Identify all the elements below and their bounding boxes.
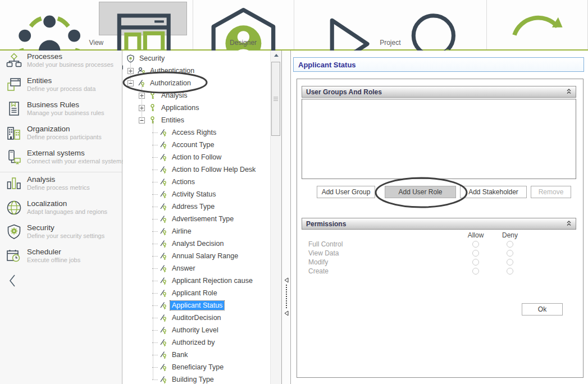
- panel-splitter[interactable]: [281, 51, 291, 384]
- tree-item-label[interactable]: Entities: [159, 116, 186, 125]
- tree-item-label[interactable]: Action to Follow: [170, 153, 223, 162]
- scrollbar-up-arrow-icon[interactable]: [271, 51, 281, 60]
- ok-button[interactable]: Ok: [522, 303, 563, 316]
- sidebar-item-localization[interactable]: LocalizationAdapt languages and regions: [0, 198, 122, 222]
- sidebar-item-entities[interactable]: EntitiesDefine your process data: [0, 75, 122, 99]
- add-user-role-button[interactable]: Add User Role: [385, 186, 456, 198]
- tree-item-annual-salary-range[interactable]: Annual Salary Range: [123, 250, 270, 262]
- tree-item-label[interactable]: Annual Salary Range: [170, 252, 240, 260]
- tree-item-label[interactable]: AuditorDecision: [170, 313, 223, 322]
- tree-item-auditordecision[interactable]: AuditorDecision: [123, 312, 270, 324]
- sidebar-item-processes[interactable]: ProcessesModel your business processes: [0, 51, 122, 75]
- tree-item-label[interactable]: Action to Follow Help Desk: [170, 165, 257, 174]
- create-allow-radio[interactable]: [472, 268, 479, 275]
- tree-item-label[interactable]: Applicant Role: [170, 289, 219, 298]
- tree-item-label[interactable]: Applications: [159, 103, 200, 112]
- tree-item-label[interactable]: Applicant Rejection cause: [170, 276, 254, 285]
- collapse-left-icon[interactable]: [284, 277, 289, 282]
- tree-item-label[interactable]: Security: [138, 54, 166, 63]
- key-slash-icon: [159, 153, 167, 162]
- refresh-button[interactable]: Refresh: [493, 2, 582, 35]
- modify-deny-radio[interactable]: [507, 259, 513, 266]
- tree-item-action-to-follow[interactable]: Action to Follow: [123, 151, 270, 163]
- tree-item-label[interactable]: Authorization: [148, 79, 193, 88]
- tree-item-label[interactable]: Authentication: [148, 66, 196, 75]
- tree-item-address-type[interactable]: Address Type: [123, 200, 270, 213]
- scrollbar-thumb[interactable]: [271, 62, 280, 136]
- remove-button[interactable]: Remove: [531, 186, 571, 198]
- tree-item-label[interactable]: Address Type: [170, 202, 216, 211]
- modify-allow-radio[interactable]: [472, 259, 479, 266]
- tree-item-applicant-status[interactable]: Applicant Status: [123, 299, 270, 312]
- business-rules-icon: [6, 100, 22, 117]
- tree-item-building-type[interactable]: Building Type: [123, 373, 270, 384]
- tree-item-analyst-decision[interactable]: Analyst Decision: [123, 237, 270, 250]
- tree-item-authorized-by[interactable]: Authorized by: [123, 336, 270, 349]
- create-deny-radio[interactable]: [507, 268, 513, 275]
- tree-item-label[interactable]: Authority Level: [170, 326, 220, 335]
- collapse-left-icon[interactable]: [284, 310, 289, 316]
- tree-item-label[interactable]: Beneficiary Type: [170, 363, 225, 372]
- sidebar-item-organization[interactable]: OrganizationDefine process participants: [0, 123, 122, 147]
- tree-item-airline[interactable]: Airline: [123, 225, 270, 237]
- sidebar-item-external-systems[interactable]: External systemsConnect with your extern…: [0, 147, 122, 171]
- tree-item-label[interactable]: Authorized by: [170, 338, 216, 347]
- view-data-deny-radio[interactable]: [507, 250, 513, 257]
- tree-item-activity-status[interactable]: Activity Status: [123, 188, 270, 200]
- sidebar-item-description: Adapt languages and regions: [27, 208, 122, 215]
- tree-item-advertisement-type[interactable]: Advertisement Type: [123, 213, 270, 225]
- sidebar-divider: [0, 172, 122, 172]
- run-button[interactable]: Run: [300, 2, 388, 35]
- tree-item-answer[interactable]: Answer: [123, 262, 270, 275]
- tree-item-applicant-rejection-cause[interactable]: Applicant Rejection cause: [123, 275, 270, 287]
- tree-item-account-type[interactable]: Account Type: [123, 139, 270, 151]
- tree-item-security[interactable]: Security: [123, 52, 270, 65]
- tree-item-label[interactable]: Advertisement Type: [170, 214, 235, 223]
- tree-scrollbar[interactable]: [270, 51, 281, 384]
- sidebar-item-business-rules[interactable]: Business RulesManage your business rules: [0, 99, 122, 123]
- add-stakeholder-button[interactable]: Add Stakeholder: [460, 186, 527, 198]
- chevron-left-icon[interactable]: [8, 274, 17, 287]
- tree-item-actions[interactable]: Actions: [123, 176, 270, 188]
- tree-item-label[interactable]: Analysis: [159, 91, 189, 100]
- sidebar-item-scheduler[interactable]: SchedulerExecute offline jobs: [0, 246, 122, 270]
- full-control-deny-radio[interactable]: [507, 241, 513, 248]
- tree-item-applicant-role[interactable]: Applicant Role: [123, 287, 270, 299]
- tree-item-beneficiary-type[interactable]: Beneficiary Type: [123, 361, 270, 373]
- experience-button[interactable]: Experience: [199, 2, 288, 35]
- add-user-group-button[interactable]: Add User Group: [317, 186, 375, 198]
- view-data-allow-radio[interactable]: [472, 250, 479, 257]
- tree-item-action-to-follow-help-desk[interactable]: Action to Follow Help Desk: [123, 163, 270, 176]
- tree-item-label[interactable]: Account Type: [170, 140, 216, 149]
- tree-item-label[interactable]: Activity Status: [170, 190, 218, 199]
- tree-item-access-rights[interactable]: Access Rights: [123, 126, 270, 139]
- tree-item-label[interactable]: Answer: [170, 264, 197, 273]
- tree-item-label[interactable]: Access Rights: [170, 128, 218, 137]
- permissions-section-header[interactable]: Permissions: [302, 218, 576, 230]
- tree-item-label[interactable]: Building Type: [170, 375, 216, 384]
- tree-item-analysis[interactable]: Analysis: [123, 89, 270, 102]
- tree-item-bank[interactable]: Bank: [123, 349, 270, 361]
- tree-item-authorization[interactable]: Authorization: [123, 77, 270, 89]
- search-button[interactable]: Search: [393, 2, 481, 35]
- user-groups-section-header[interactable]: User Groups And Roles: [302, 86, 576, 98]
- splitter-grip[interactable]: [286, 285, 287, 308]
- tree-item-applications[interactable]: Applications: [123, 102, 270, 114]
- deny-column-header: Deny: [498, 231, 522, 239]
- chevron-double-up-icon[interactable]: [566, 220, 572, 228]
- tree-item-label[interactable]: Applicant Status: [170, 301, 224, 310]
- tree-item-label[interactable]: Analyst Decision: [170, 239, 225, 248]
- wizard-button[interactable]: Wizard: [6, 2, 93, 35]
- tree-item-authentication[interactable]: Authentication: [123, 65, 270, 77]
- expert-button[interactable]: Expert: [99, 2, 186, 35]
- user-groups-list[interactable]: [302, 99, 576, 179]
- tree-item-label[interactable]: Bank: [170, 350, 190, 359]
- full-control-allow-radio[interactable]: [472, 241, 479, 248]
- sidebar-item-security[interactable]: SecurityDefine your security settings: [0, 222, 122, 246]
- sidebar-item-analysis[interactable]: AnalysisDefine process metrics: [0, 173, 122, 198]
- tree-item-label[interactable]: Airline: [170, 227, 193, 236]
- tree-item-authority-level[interactable]: Authority Level: [123, 324, 270, 336]
- tree-item-entities[interactable]: Entities: [123, 114, 270, 126]
- tree-item-label[interactable]: Actions: [170, 177, 197, 186]
- chevron-double-up-icon[interactable]: [566, 88, 572, 96]
